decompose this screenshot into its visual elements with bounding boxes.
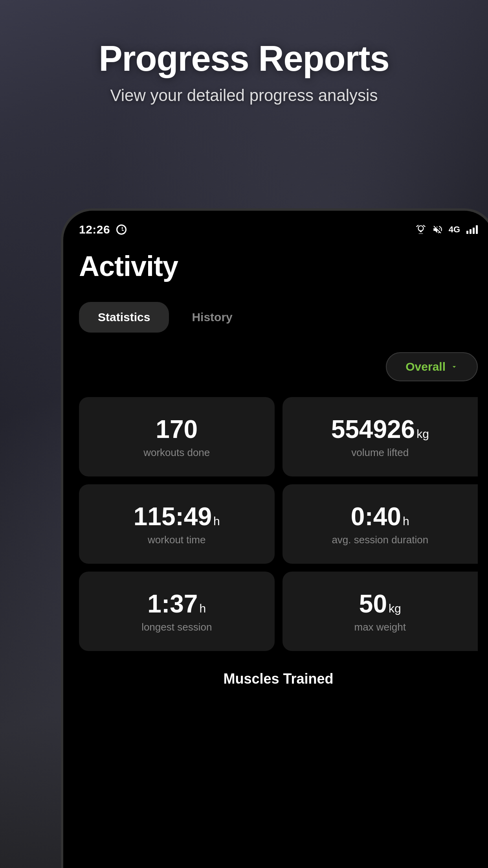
app-content: Activity Statistics History Overall	[63, 242, 488, 715]
stat-value-workouts: 170	[156, 417, 198, 442]
stat-value-longest-session: 1:37 h	[147, 591, 206, 616]
phone-screen: 12:26 4G	[63, 211, 488, 868]
stat-value-workout-time: 115:49 h	[134, 504, 220, 529]
chevron-down-icon	[450, 363, 458, 371]
tab-history[interactable]: History	[173, 302, 251, 333]
hero-headline: Progress Reports	[99, 39, 389, 78]
signal-bar-3	[473, 228, 475, 234]
status-bar: 12:26 4G	[63, 211, 488, 242]
network-label: 4G	[449, 224, 460, 235]
app-title: Activity	[79, 250, 478, 282]
filter-label: Overall	[405, 360, 446, 373]
mute-icon	[432, 224, 442, 235]
timer-icon	[116, 224, 127, 235]
stat-card-workouts: 170 workouts done	[79, 397, 275, 476]
stat-label-workouts: workouts done	[143, 447, 210, 459]
tab-bar: Statistics History	[79, 302, 478, 333]
stat-label-longest-session: longest session	[141, 621, 212, 633]
stat-label-avg-session: avg. session duration	[332, 534, 428, 546]
alarm-icon	[416, 224, 426, 235]
tab-statistics[interactable]: Statistics	[79, 302, 169, 333]
signal-bar-4	[476, 225, 478, 234]
stats-grid: 170 workouts done 554926 kg volume lifte…	[79, 397, 478, 651]
signal-bar-1	[466, 231, 468, 234]
stat-card-workout-time: 115:49 h workout time	[79, 484, 275, 564]
stat-value-avg-session: 0:40 h	[351, 504, 409, 529]
stat-card-longest-session: 1:37 h longest session	[79, 572, 275, 651]
stat-value-volume: 554926 kg	[331, 417, 429, 442]
overall-filter[interactable]: Overall	[386, 352, 478, 381]
muscles-section: Muscles Trained	[79, 659, 478, 699]
status-time: 12:26	[79, 223, 110, 236]
stat-card-max-weight: 50 kg max weight	[283, 572, 478, 651]
muscles-title: Muscles Trained	[95, 671, 462, 687]
signal-bars	[466, 225, 478, 234]
hero-subheadline: View your detailed progress analysis	[110, 86, 378, 105]
stat-card-avg-session: 0:40 h avg. session duration	[283, 484, 478, 564]
signal-bar-2	[470, 229, 471, 234]
stat-value-max-weight: 50 kg	[359, 591, 401, 616]
stat-card-volume: 554926 kg volume lifted	[283, 397, 478, 476]
stat-label-max-weight: max weight	[354, 621, 406, 633]
filter-row: Overall	[79, 352, 478, 381]
phone-bezel: 12:26 4G	[61, 208, 488, 868]
phone-container: 12:26 4G	[61, 208, 488, 868]
status-icons: 4G	[416, 224, 478, 235]
stat-label-volume: volume lifted	[351, 447, 409, 459]
stat-label-workout-time: workout time	[148, 534, 205, 546]
